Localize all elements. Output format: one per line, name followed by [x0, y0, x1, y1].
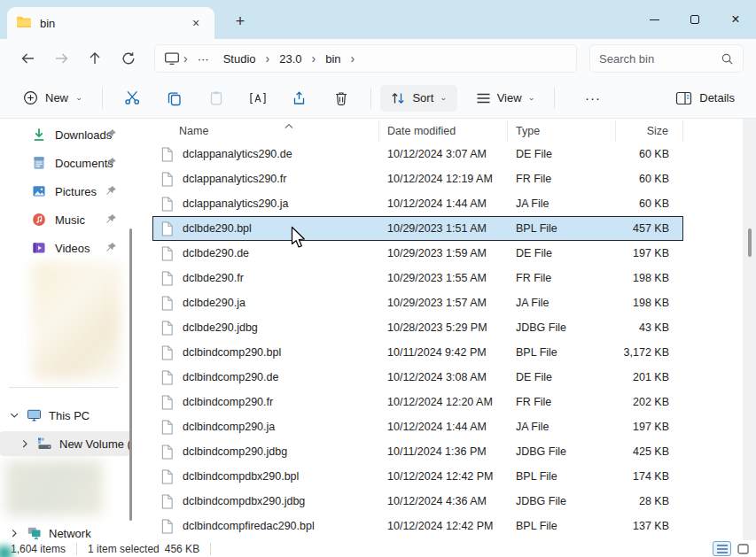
column-header-name[interactable]: Name: [152, 120, 379, 142]
file-row[interactable]: dclbde290.jdbg10/28/2023 5:29 PMJDBG Fil…: [152, 315, 683, 340]
rename-button[interactable]: [237, 82, 278, 114]
chevron-down-icon: ⌄: [528, 94, 535, 102]
file-row[interactable]: dclbindcompdbx290.bpl10/12/2024 12:42 PM…: [152, 464, 683, 489]
file-date: 10/12/2024 12:20 AM: [379, 396, 508, 408]
this-pc-icon[interactable]: [164, 51, 180, 66]
sidebar-item-pictures[interactable]: Pictures: [0, 177, 142, 205]
delete-button[interactable]: [320, 82, 362, 114]
details-view-toggle[interactable]: [713, 541, 731, 556]
breadcrumb-segment-23[interactable]: 23.0: [273, 50, 308, 67]
file-icon: [160, 271, 174, 286]
file-row[interactable]: dclbindcomp290.ja10/12/2024 1:44 AMJA Fi…: [152, 414, 683, 439]
details-pane-button[interactable]: Details: [666, 85, 744, 112]
up-button[interactable]: [80, 44, 110, 73]
column-header-size[interactable]: Size: [616, 120, 683, 142]
back-button[interactable]: [12, 44, 43, 73]
file-date: 10/28/2023 5:29 PM: [379, 321, 508, 334]
paste-button[interactable]: [195, 82, 237, 114]
file-name-cell: dclbindcomp290.bpl: [152, 345, 379, 360]
sidebar-item-documents[interactable]: Documents: [0, 149, 142, 177]
toolbar-divider: [554, 88, 555, 109]
sidebar-item-label: Network: [49, 527, 91, 540]
file-row[interactable]: dclbindcomp290.bpl10/11/2024 9:42 PMBPL …: [152, 340, 683, 365]
chevron-right-icon[interactable]: [19, 439, 30, 448]
sidebar-item-new-volume[interactable]: New Volume (: [0, 431, 131, 456]
file-row[interactable]: dclbindcomp290.jdbg10/11/2024 1:36 PMJDB…: [152, 439, 683, 464]
tab-close-icon[interactable]: ×: [186, 13, 206, 33]
file-row[interactable]: dclbindcompfiredac290.bpl10/12/2024 12:4…: [152, 514, 683, 538]
file-name-cell: dclbde290.de: [152, 246, 379, 261]
breadcrumb-segment-studio[interactable]: Studio: [217, 50, 262, 67]
close-icon: ×: [731, 12, 739, 27]
blurred-thumbnail: [32, 262, 121, 379]
chevron-right-icon[interactable]: [9, 529, 19, 538]
column-header-date-modified[interactable]: Date modified: [379, 120, 508, 142]
sidebar-item-music[interactable]: Music: [0, 205, 142, 234]
sidebar-item-videos[interactable]: Videos: [0, 234, 142, 262]
share-button[interactable]: [278, 82, 320, 114]
scrollbar-thumb[interactable]: [748, 228, 752, 257]
file-date: 10/29/2023 1:55 AM: [379, 272, 508, 284]
chevron-down-icon[interactable]: [9, 411, 19, 420]
sort-ascending-icon[interactable]: [284, 120, 294, 132]
file-size: 202 KB: [616, 396, 683, 408]
new-button[interactable]: New ⌄: [12, 84, 93, 112]
file-type: JDBG File: [508, 495, 616, 507]
scrollbar-track[interactable]: [743, 119, 756, 540]
refresh-button[interactable]: [113, 44, 144, 73]
forward-button[interactable]: [46, 44, 76, 73]
file-row[interactable]: dclappanalytics290.ja10/12/2024 1:44 AMJ…: [152, 191, 683, 216]
file-row[interactable]: dclbde290.ja10/29/2023 1:57 AMJA File198…: [152, 290, 683, 315]
sidebar-item-downloads[interactable]: Downloads: [0, 120, 142, 149]
file-row[interactable]: dclbde290.bpl10/29/2023 1:51 AMBPL File4…: [152, 216, 683, 241]
file-type: JDBG File: [508, 321, 616, 334]
copy-button[interactable]: [153, 82, 195, 114]
file-date: 10/29/2023 1:57 AM: [379, 297, 508, 309]
file-row[interactable]: dclbde290.de10/29/2023 1:59 AMDE File197…: [152, 241, 683, 266]
breadcrumb-overflow[interactable]: ···: [191, 50, 215, 67]
sidebar-divider: [9, 387, 119, 388]
file-row[interactable]: dclappanalytics290.fr10/12/2024 12:19 AM…: [152, 166, 683, 191]
tab-bar: bin × + ×: [0, 0, 756, 39]
search-icon[interactable]: [721, 52, 734, 66]
file-row[interactable]: dclbindcomp290.fr10/12/2024 12:20 AMFR F…: [152, 390, 683, 414]
file-name: dclbindcompdbx290.jdbg: [183, 495, 305, 507]
copy-icon: [167, 90, 183, 106]
file-size: 197 KB: [616, 421, 683, 433]
icons-view-toggle[interactable]: [734, 541, 752, 556]
refresh-icon: [121, 51, 136, 66]
search-input[interactable]: [599, 52, 715, 66]
file-date: 10/12/2024 4:36 AM: [379, 495, 508, 507]
file-size: 60 KB: [616, 173, 683, 185]
new-tab-button[interactable]: +: [229, 10, 252, 33]
view-button-label: View: [497, 91, 522, 104]
file-name-cell: dclbindcomp290.fr: [152, 395, 379, 410]
view-button[interactable]: View ⌄: [466, 85, 545, 111]
file-row[interactable]: dclappanalytics290.de10/12/2024 3:07 AMD…: [152, 142, 683, 166]
more-options-button[interactable]: ···: [576, 85, 610, 111]
breadcrumb[interactable]: › ··· Studio › 23.0 › bin ›: [154, 44, 577, 73]
breadcrumb-segment-bin[interactable]: bin: [319, 50, 347, 67]
file-name: dclappanalytics290.fr: [183, 173, 286, 185]
file-name-cell: dclbindcompfiredac290.bpl: [152, 519, 379, 534]
file-date: 10/11/2024 1:36 PM: [379, 445, 508, 458]
sidebar-item-this-pc[interactable]: This PC: [0, 403, 131, 428]
cut-button[interactable]: [112, 82, 153, 114]
file-row[interactable]: dclbindcompdbx290.jdbg10/12/2024 4:36 AM…: [152, 489, 683, 514]
minimize-button[interactable]: [634, 0, 674, 39]
explorer-tab[interactable]: bin ×: [7, 7, 214, 39]
sort-button[interactable]: Sort ⌄: [380, 85, 456, 112]
column-header-type[interactable]: Type: [508, 120, 616, 142]
file-row[interactable]: dclbde290.fr10/29/2023 1:55 AMFR File198…: [152, 266, 683, 290]
file-type: JA File: [508, 197, 616, 210]
search-box[interactable]: [589, 44, 744, 73]
file-name: dclbindcomp290.fr: [183, 396, 273, 408]
pictures-icon: [32, 184, 46, 198]
maximize-button[interactable]: [674, 0, 715, 39]
sidebar-item-label: Downloads: [55, 128, 112, 142]
file-name-cell: dclbindcomp290.de: [152, 370, 379, 385]
sidebar-scrollbar[interactable]: [129, 228, 132, 521]
file-row[interactable]: dclbindcomp290.de10/12/2024 3:08 AMDE Fi…: [152, 365, 683, 390]
close-button[interactable]: ×: [715, 0, 756, 39]
chevron-right-icon: ›: [310, 51, 318, 66]
